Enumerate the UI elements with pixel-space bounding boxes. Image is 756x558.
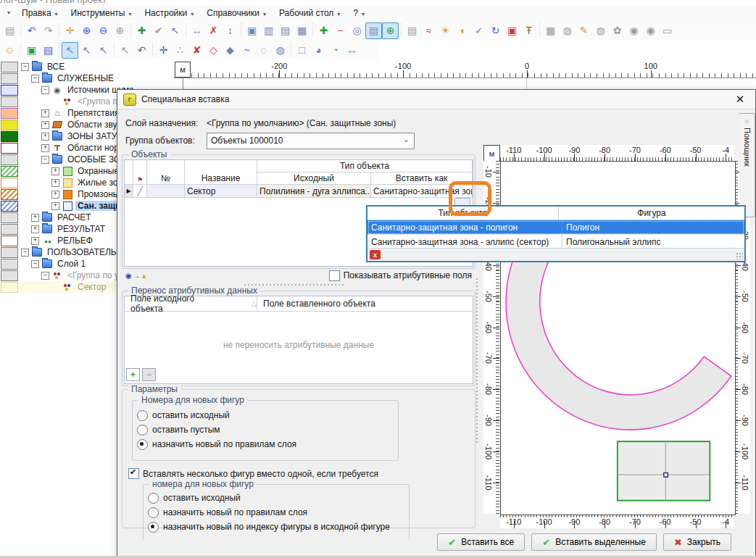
redo-icon[interactable]: ↷ — [40, 22, 57, 39]
menu-item-[interactable]: Правка▾ — [16, 7, 64, 20]
radio-icon[interactable] — [137, 410, 148, 421]
ellipse-hatch-icon[interactable]: ◍ — [272, 42, 288, 59]
polyline-nodes-icon[interactable]: ~ — [238, 42, 255, 59]
measure-h-icon[interactable]: ↔ — [188, 22, 205, 39]
object-remove-icon[interactable]: − — [332, 22, 349, 39]
multi-figures-checkbox[interactable]: Вставлять несколько фигур вместо одной, … — [128, 468, 378, 479]
zoom-in-icon[interactable]: ⊕ — [78, 22, 95, 39]
fan-icon[interactable]: ✿ — [609, 22, 626, 39]
tree-item[interactable]: −ВСЕ — [0, 61, 172, 72]
profile-chart-icon[interactable]: ≈ — [420, 22, 437, 39]
distance-icon[interactable]: ↔ — [344, 42, 360, 59]
cell-source[interactable]: Полилиния - дуга эллипса... — [257, 185, 371, 198]
measure-delete-icon[interactable]: ✗ — [205, 22, 222, 39]
doc-check-icon[interactable]: ✓ — [470, 22, 487, 39]
checkbox-box[interactable] — [329, 270, 340, 281]
scale-bar-icon[interactable]: ▤ — [365, 22, 382, 39]
move-icon[interactable]: ✛ — [155, 42, 172, 59]
col-header-num[interactable]: № — [147, 160, 185, 185]
user-icon[interactable]: ☺ — [1, 42, 18, 59]
shape-xor-icon[interactable]: ▦ — [294, 22, 310, 39]
image-bounds-icon[interactable]: ▣ — [504, 22, 520, 39]
expander-plus-icon[interactable]: + — [51, 191, 59, 199]
globe-icon[interactable]: ◍ — [592, 22, 609, 39]
menu-item-[interactable]: Рабочий стол▾ — [273, 7, 346, 20]
radio-icon[interactable] — [148, 522, 159, 533]
expander-plus-icon[interactable]: + — [31, 237, 39, 245]
shape-union-icon[interactable]: ▣ — [244, 22, 260, 39]
sector-blue-icon[interactable]: ◕ — [310, 42, 327, 59]
expander-plus-icon[interactable]: + — [31, 214, 39, 222]
menu-overflow-caret[interactable]: ▾ — [3, 8, 14, 17]
expander-plus-icon[interactable]: + — [51, 179, 59, 187]
insert-selected-button[interactable]: ✔Вставить выделенные — [531, 533, 657, 551]
dropdown-option[interactable]: Санитарно-защитная зона - полигонПолигон — [367, 220, 744, 235]
dropdown-close-button[interactable]: x — [370, 250, 381, 259]
expander-plus-icon[interactable]: + — [41, 144, 49, 152]
expander-plus-icon[interactable]: + — [51, 167, 59, 175]
expander-minus-icon[interactable]: − — [21, 249, 29, 257]
undo-icon[interactable]: ↶ — [23, 22, 40, 39]
radio-icon[interactable] — [137, 425, 148, 436]
layers-icon[interactable]: ▤ — [40, 42, 57, 59]
select-cursor-icon[interactable]: ↖ — [62, 42, 78, 59]
corner-icon[interactable]: ◆ — [222, 42, 238, 59]
cursor-remove-icon[interactable]: ↖ — [95, 42, 112, 59]
layer-add-icon[interactable]: ▣ — [23, 42, 40, 59]
radio-option[interactable]: оставить пустым — [133, 422, 398, 437]
light-bulb-icon[interactable]: ☀ — [437, 22, 454, 39]
cursor-return-icon[interactable]: ↶ — [133, 42, 150, 59]
vertical-splitter[interactable] — [476, 278, 480, 445]
tiles-icon[interactable]: ▦ — [542, 22, 559, 39]
radio-icon[interactable] — [148, 493, 159, 504]
nodes-icon[interactable]: ∴ — [172, 42, 188, 59]
expander-minus-icon[interactable]: − — [41, 272, 49, 280]
cell-num[interactable] — [147, 185, 185, 198]
col-header-name[interactable]: Название — [185, 160, 257, 185]
doc-settings-icon[interactable]: ✎ — [576, 22, 592, 39]
source-field-header[interactable]: Поле исходного объекта △ — [125, 296, 257, 311]
expander-plus-icon[interactable]: + — [41, 133, 49, 141]
zoom-out-icon[interactable]: ⊖ — [95, 22, 112, 39]
menu-item-[interactable]: Инструменты▾ — [65, 7, 138, 20]
expander-plus-icon[interactable]: + — [41, 109, 49, 117]
close-icon[interactable]: ✕ — [734, 93, 747, 106]
expander-plus-icon[interactable]: + — [51, 202, 59, 210]
cursor-copy-icon[interactable]: ↖ — [117, 42, 133, 59]
arc-blue-icon[interactable]: ◔ — [327, 42, 344, 59]
radio-icon[interactable] — [137, 439, 148, 450]
expander-minus-icon[interactable]: − — [41, 86, 49, 94]
print-icon[interactable]: ▤ — [1, 22, 18, 39]
vertex-select-icon[interactable]: ↖ — [167, 22, 183, 39]
object-add-icon[interactable]: ✚ — [315, 22, 332, 39]
expander-minus-icon[interactable]: − — [21, 63, 29, 71]
menu-item-[interactable]: Настройки▾ — [138, 7, 199, 20]
expander-minus-icon[interactable]: − — [31, 260, 39, 268]
doc-refresh-icon[interactable]: ↻ — [487, 22, 504, 39]
zoom-select-icon[interactable]: ⊕ — [382, 22, 399, 39]
delete-icon[interactable]: ✘ — [188, 42, 205, 59]
radio-option[interactable]: назначить новый по индексу фигуры в исхо… — [144, 520, 409, 534]
checkbox-box[interactable] — [128, 468, 139, 479]
expander-plus-icon[interactable]: + — [31, 225, 39, 233]
close-button[interactable]: ✖Закрыть — [663, 533, 731, 551]
expander-plus-icon[interactable]: + — [41, 121, 49, 129]
inserted-field-header[interactable]: Поле вставленного объекта — [257, 296, 473, 311]
radio-option[interactable]: оставить исходный — [144, 491, 409, 505]
polygon-blue-icon[interactable]: □ — [294, 42, 310, 59]
radio-option[interactable]: назначить новый по правилам слоя — [144, 505, 409, 520]
safety-helmet-icon[interactable]: ◖ — [454, 22, 470, 39]
expander-minus-icon[interactable]: − — [31, 75, 39, 83]
sound-direction-icon[interactable]: ◉ — [642, 22, 659, 39]
print-map-icon[interactable]: ▤ — [404, 22, 420, 39]
radio-icon[interactable] — [148, 507, 159, 518]
show-attr-fields-checkbox[interactable]: Показывать атрибутивные поля — [329, 270, 472, 281]
cell-name[interactable]: Сектор — [185, 185, 257, 198]
expander-minus-icon[interactable]: − — [41, 156, 49, 164]
menu-item-[interactable]: Справочники▾ — [201, 7, 272, 20]
radio-option[interactable]: назначить новый по правилам слоя — [133, 437, 398, 451]
scales-icon[interactable]: Ŧ — [520, 22, 537, 39]
remove-field-button[interactable]: − — [142, 368, 156, 381]
resize-grip[interactable] — [736, 252, 743, 259]
vertex-check-icon[interactable]: ✔ — [150, 22, 167, 39]
